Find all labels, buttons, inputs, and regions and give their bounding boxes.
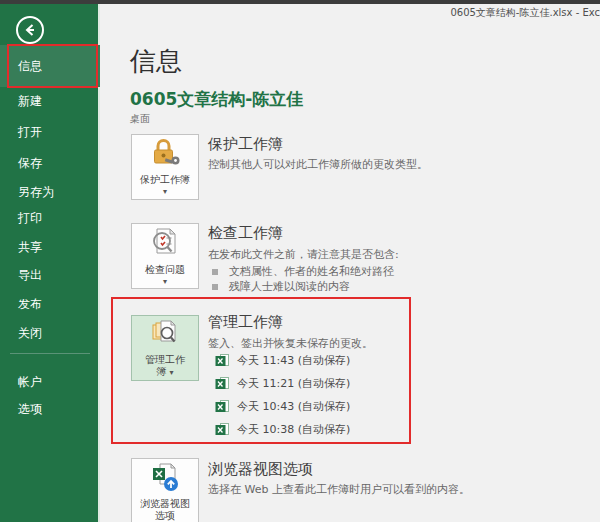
- browser-view-options-button-label: 浏览器视图选项: [138, 498, 192, 522]
- sidebar-divider: [10, 353, 90, 354]
- browser-view-options-button[interactable]: 浏览器视图选项: [131, 458, 199, 522]
- dropdown-caret-icon: ▾: [170, 368, 174, 377]
- excel-file-icon: [215, 354, 230, 368]
- inspect-document-icon: [149, 226, 181, 262]
- back-arrow-icon: [22, 22, 38, 38]
- protect-workbook-heading: 保护工作簿: [208, 135, 283, 154]
- back-button[interactable]: [16, 16, 44, 44]
- sidebar-item-close[interactable]: 关闭: [0, 325, 100, 341]
- protect-workbook-button[interactable]: 保护工作簿 ▾: [131, 134, 199, 200]
- browser-view-options-heading: 浏览器视图选项: [208, 460, 313, 479]
- manage-workbook-button[interactable]: 管理工作簿 ▾: [131, 315, 199, 381]
- dropdown-caret-icon: ▾: [163, 188, 167, 196]
- backstage-info-pane: 信息 0605文章结构-陈立佳 桌面 保护工作簿 ▾ 保护工作簿 控制其他人可以…: [102, 4, 600, 522]
- inspect-bullet-1: 文档属性、作者的姓名和绝对路径: [212, 264, 394, 279]
- sidebar-item-info[interactable]: 信息: [0, 45, 100, 87]
- version-item-3[interactable]: 今天 10:43 (自动保存): [215, 399, 350, 414]
- sidebar-item-share[interactable]: 共享: [0, 239, 100, 255]
- protect-workbook-button-label: 保护工作簿: [140, 174, 190, 187]
- manage-workbook-button-label: 管理工作簿 ▾: [143, 354, 187, 379]
- window-top-border: [0, 0, 600, 4]
- manage-versions-icon: [149, 318, 181, 352]
- document-location: 桌面: [130, 112, 150, 126]
- page-title: 信息: [130, 44, 182, 79]
- sidebar-item-new[interactable]: 新建: [0, 93, 100, 109]
- inspect-bullet-2: 残障人士难以阅读的内容: [212, 279, 350, 294]
- dropdown-caret-icon: ▾: [163, 278, 167, 286]
- manage-workbook-description: 签入、签出并恢复未保存的更改。: [208, 336, 373, 351]
- version-item-1[interactable]: 今天 11:43 (自动保存): [215, 353, 350, 368]
- browser-view-options-description: 选择在 Web 上查看此工作簿时用户可以看到的内容。: [208, 482, 470, 497]
- sidebar-item-publish[interactable]: 发布: [0, 296, 100, 312]
- protect-workbook-description: 控制其他人可以对此工作簿所做的更改类型。: [208, 157, 428, 172]
- sidebar-item-account[interactable]: 帐户: [0, 374, 100, 390]
- version-item-2[interactable]: 今天 11:21 (自动保存): [215, 376, 350, 391]
- inspect-workbook-description: 在发布此文件之前，请注意其是否包含:: [208, 247, 399, 262]
- manage-workbook-heading: 管理工作簿: [208, 313, 283, 332]
- check-for-issues-button-label: 检查问题: [145, 264, 185, 277]
- sidebar-item-export[interactable]: 导出: [0, 267, 100, 283]
- excel-file-icon: [215, 377, 230, 391]
- backstage-sidebar: 信息 新建 打开 保存 另存为 打印 共享 导出 发布 关闭 帐户 选项: [0, 0, 100, 522]
- sidebar-item-saveas[interactable]: 另存为: [0, 184, 100, 200]
- sidebar-item-save[interactable]: 保存: [0, 155, 100, 171]
- excel-backstage-window: 0605文章结构-陈立佳.xlsx - Exc 信息 新建 打开 保存 另存为 …: [0, 0, 600, 522]
- sidebar-item-open[interactable]: 打开: [0, 124, 100, 140]
- excel-file-icon: [215, 400, 230, 414]
- document-title: 0605文章结构-陈立佳: [130, 88, 303, 111]
- inspect-workbook-heading: 检查工作簿: [208, 224, 283, 243]
- bullet-square-icon: [212, 284, 218, 290]
- sidebar-item-options[interactable]: 选项: [0, 401, 100, 417]
- version-item-4[interactable]: 今天 10:38 (自动保存): [215, 422, 350, 437]
- excel-file-icon: [215, 423, 230, 437]
- check-for-issues-button[interactable]: 检查问题 ▾: [131, 223, 199, 289]
- sidebar-item-print[interactable]: 打印: [0, 210, 100, 226]
- browser-view-icon: [149, 462, 181, 496]
- window-title: 0605文章结构-陈立佳.xlsx - Exc: [450, 6, 600, 20]
- padlock-key-icon: [149, 138, 181, 172]
- bullet-square-icon: [212, 269, 218, 275]
